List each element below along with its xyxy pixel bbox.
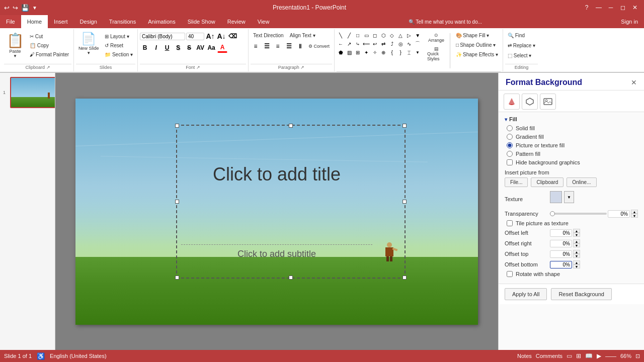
title-placeholder[interactable]: Click to add title xyxy=(181,164,372,185)
shape-m5[interactable]: ✧ xyxy=(371,48,379,56)
normal-view-icon[interactable]: ▭ xyxy=(567,352,572,359)
offset-right-value[interactable] xyxy=(550,240,572,247)
align-text-button[interactable]: Align Text ▾ xyxy=(287,31,318,40)
change-case-button[interactable]: Aa xyxy=(206,43,216,53)
font-color-button[interactable]: A xyxy=(217,43,227,53)
increase-font-button[interactable]: A↑ xyxy=(205,31,215,41)
new-slide-arrow[interactable]: ▼ xyxy=(87,51,91,55)
slideshow-icon[interactable]: ▶ xyxy=(597,352,601,359)
columns-button[interactable]: ⫴ xyxy=(295,41,305,51)
tab-view[interactable]: View xyxy=(252,15,276,28)
offset-right-down[interactable]: ▼ xyxy=(573,243,580,247)
shape-m8[interactable]: } xyxy=(396,48,405,56)
handle-tl[interactable] xyxy=(175,124,179,128)
tab-animations[interactable]: Animations xyxy=(142,15,181,28)
shape-effects-button[interactable]: ✨ Shape Effects ▾ xyxy=(453,50,501,59)
shape-arrow4[interactable]: ⟵ xyxy=(362,40,370,48)
handle-bl[interactable] xyxy=(175,276,179,280)
font-family-input[interactable] xyxy=(140,33,185,40)
picture-fill-radio[interactable] xyxy=(507,142,513,148)
reset-button[interactable]: ↺ Reset xyxy=(102,41,135,50)
handle-bm[interactable] xyxy=(289,276,293,280)
undo-icon[interactable]: ↩ xyxy=(4,4,10,12)
solid-fill-radio[interactable] xyxy=(507,125,513,131)
offset-bottom-down[interactable]: ▼ xyxy=(573,264,580,268)
offset-left-down[interactable]: ▼ xyxy=(573,233,580,237)
shape-more2[interactable]: ⬡ xyxy=(379,31,387,39)
shape-line[interactable]: ╲ xyxy=(337,31,345,39)
arrange-button[interactable]: ⊙ Arrange xyxy=(425,31,448,44)
handle-tm[interactable] xyxy=(289,124,293,128)
shape-outline-button[interactable]: □ Shape Outline ▾ xyxy=(453,41,501,49)
align-right-button[interactable]: ≡ xyxy=(273,41,283,51)
shape-arrow6[interactable]: ⇄ xyxy=(379,40,387,48)
shape-m2[interactable]: ▨ xyxy=(345,48,353,56)
rotate-with-shape-checkbox[interactable] xyxy=(507,271,513,277)
gradient-fill-radio[interactable] xyxy=(507,134,513,140)
fill-section-header[interactable]: ▾ Fill xyxy=(505,116,638,122)
accessibility-icon[interactable]: ♿ xyxy=(37,352,45,360)
tab-home[interactable]: Home xyxy=(21,15,48,28)
offset-top-up[interactable]: ▲ xyxy=(573,250,580,254)
tab-review[interactable]: Review xyxy=(221,15,252,28)
slide-thumbnail-1[interactable] xyxy=(10,77,55,108)
redo-icon[interactable]: ↪ xyxy=(13,4,18,12)
font-size-input[interactable] xyxy=(186,33,204,40)
layout-button[interactable]: ⊞ Layout ▾ xyxy=(102,32,135,41)
save-icon[interactable]: 💾 xyxy=(21,4,29,12)
font-expand[interactable]: ↗ xyxy=(196,65,200,70)
shape-more8[interactable]: ⌒ xyxy=(414,40,422,48)
offset-right-up[interactable]: ▲ xyxy=(573,239,580,243)
panel-close-button[interactable]: ✕ xyxy=(631,78,637,86)
minimize-icon[interactable]: ─ xyxy=(606,3,616,13)
panel-tab-fill[interactable] xyxy=(504,94,520,110)
reading-view-icon[interactable]: 📖 xyxy=(585,352,593,359)
reset-background-button[interactable]: Reset Background xyxy=(551,288,612,300)
decrease-font-button[interactable]: A↓ xyxy=(216,31,226,41)
shape-arrow1[interactable]: ← xyxy=(337,40,345,48)
shape-dropdown[interactable]: ▼ xyxy=(414,31,422,39)
underline-button[interactable]: U xyxy=(162,43,172,53)
offset-bottom-up[interactable]: ▲ xyxy=(573,260,580,264)
shape-more7[interactable]: ∿ xyxy=(405,40,413,48)
tab-file[interactable]: File xyxy=(0,15,21,28)
shape-m4[interactable]: ✦ xyxy=(362,48,370,56)
shape-rect[interactable]: □ xyxy=(354,31,362,39)
clipboard-button[interactable]: Clipboard xyxy=(531,177,564,187)
subtitle-placeholder[interactable]: Click to add subtitle xyxy=(181,244,372,259)
zoom-slider[interactable]: —— xyxy=(605,353,616,359)
panel-tab-picture[interactable] xyxy=(540,94,556,110)
format-painter-button[interactable]: 🖌 Format Painter xyxy=(27,50,71,59)
shape-arrow2[interactable]: ↗ xyxy=(345,40,353,48)
paste-button[interactable]: 📋 Paste ▼ xyxy=(4,31,26,59)
shape-rounded-rect[interactable]: ▭ xyxy=(362,31,370,39)
clipboard-expand[interactable]: ↗ xyxy=(46,65,50,70)
pattern-fill-radio[interactable] xyxy=(507,151,513,157)
fit-slide-button[interactable]: ⊡ xyxy=(635,353,640,359)
restore-icon[interactable]: ◻ xyxy=(618,3,628,13)
handle-mr[interactable] xyxy=(403,200,407,204)
slide-sorter-icon[interactable]: ⊞ xyxy=(576,352,581,359)
handle-tr[interactable] xyxy=(403,124,407,128)
char-spacing-button[interactable]: AV xyxy=(195,43,205,53)
online-button[interactable]: Online... xyxy=(567,177,596,187)
shape-line2[interactable]: ╱ xyxy=(345,31,353,39)
apply-to-all-button[interactable]: Apply to All xyxy=(505,288,547,300)
shape-arrow7[interactable]: ⤴ xyxy=(388,40,396,48)
convert-smartart-button[interactable]: ⚙ Convert xyxy=(306,42,332,50)
transparency-up[interactable]: ▲ xyxy=(631,210,638,214)
shape-arrow5[interactable]: ↩ xyxy=(371,40,379,48)
select-button[interactable]: ⬚ Select ▾ xyxy=(505,51,534,60)
justify-button[interactable]: ☰ xyxy=(284,41,294,51)
close-icon[interactable]: ✕ xyxy=(630,3,640,13)
clear-format-button[interactable]: ⌫ xyxy=(227,31,237,41)
offset-top-value[interactable] xyxy=(550,250,572,258)
replace-button[interactable]: ⇄ Replace ▾ xyxy=(505,41,538,50)
search-bar[interactable]: 🔍 Tell me what you want to do... xyxy=(409,19,482,25)
ribbon-minimize-icon[interactable]: — xyxy=(594,3,604,13)
tab-slideshow[interactable]: Slide Show xyxy=(182,15,221,28)
shape-more5[interactable]: ▷ xyxy=(405,31,413,39)
tab-design[interactable]: Design xyxy=(74,15,103,28)
shape-m9[interactable]: ⌶ xyxy=(405,48,413,56)
shape-more1[interactable]: ◻ xyxy=(371,31,379,39)
